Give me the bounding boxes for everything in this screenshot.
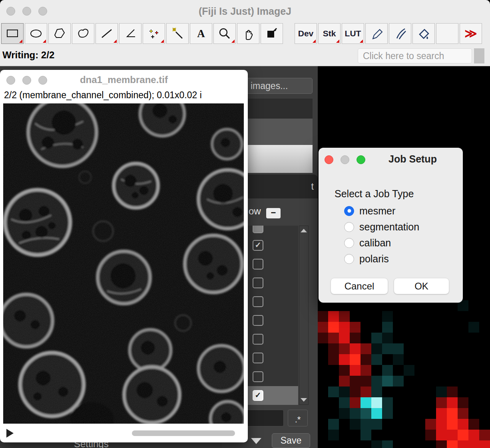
pixel-cell [425, 408, 436, 419]
tool-stk[interactable]: Stk [318, 23, 341, 44]
pixel-cell [361, 419, 371, 430]
job-option-polaris[interactable]: polaris [344, 251, 419, 267]
pixel-cell [382, 343, 393, 354]
table-row[interactable]: ✓ [246, 386, 298, 405]
collapse-button[interactable]: − [266, 208, 281, 218]
tool-color-picker[interactable] [261, 23, 283, 44]
table-row[interactable] [246, 330, 298, 349]
close-button[interactable] [6, 7, 15, 16]
pixel-cell [361, 408, 371, 419]
close-button[interactable] [325, 155, 333, 164]
ok-button[interactable]: OK [394, 278, 449, 294]
checkbox[interactable] [253, 296, 263, 307]
tool-polygon[interactable] [48, 23, 71, 44]
svg-text:A: A [197, 28, 205, 40]
job-option-mesmer[interactable]: mesmer [344, 203, 419, 219]
pixel-cell [317, 343, 328, 354]
minimize-button[interactable] [22, 7, 31, 16]
pixel-cell [371, 322, 382, 333]
tool-pencil[interactable] [365, 23, 388, 44]
radio-icon[interactable] [344, 222, 354, 232]
pixel-cell [436, 408, 447, 419]
table-row[interactable] [246, 274, 298, 292]
table-row[interactable] [246, 226, 298, 236]
pixel-cell [382, 365, 393, 376]
checkbox-checked[interactable]: ✓ [253, 240, 263, 251]
cancel-button[interactable]: Cancel [331, 278, 388, 294]
zoom-button[interactable] [38, 76, 47, 85]
pixel-image [317, 300, 490, 448]
regex-button[interactable]: .* [288, 410, 308, 426]
table-row[interactable] [246, 311, 298, 330]
checkbox[interactable] [253, 226, 263, 233]
table-row[interactable] [246, 349, 298, 367]
tool-zoom[interactable] [213, 23, 236, 44]
pixel-cell [425, 311, 436, 322]
dropdown-arrow-icon[interactable] [251, 438, 261, 444]
pixel-cell [371, 430, 382, 440]
checkbox[interactable] [253, 259, 263, 270]
pixel-cell [382, 430, 393, 440]
pixel-cell [350, 343, 361, 354]
checkbox[interactable] [253, 315, 263, 326]
minimize-button[interactable] [22, 76, 31, 85]
pixel-cell [339, 440, 350, 448]
job-option-segmentation[interactable]: segmentation [344, 219, 419, 235]
minimize-button[interactable] [341, 155, 349, 164]
pixel-cell [371, 365, 382, 376]
pixel-cell [414, 365, 425, 376]
radio-icon[interactable] [344, 238, 354, 248]
microscopy-canvas[interactable] [3, 103, 244, 424]
job-option-caliban[interactable]: caliban [344, 235, 419, 251]
checkbox-checked[interactable]: ✓ [253, 390, 263, 401]
scroll-down-icon[interactable] [301, 398, 307, 402]
pixel-cell [479, 419, 490, 430]
table-row[interactable] [246, 367, 298, 386]
table-row[interactable] [246, 255, 298, 274]
tool-rectangle[interactable] [1, 23, 24, 44]
close-button[interactable] [6, 76, 15, 85]
tool-brush[interactable] [389, 23, 411, 44]
tool-wand[interactable] [166, 23, 189, 44]
tool-blank[interactable] [436, 23, 458, 44]
tool-lut[interactable]: LUT [342, 23, 364, 44]
tool-hand[interactable] [237, 23, 259, 44]
tool-more[interactable]: ≫ [460, 23, 482, 44]
scroll-up-icon[interactable] [301, 229, 307, 232]
table-row[interactable]: ✓ [246, 236, 298, 255]
pixel-cell [361, 343, 371, 354]
tool-multi-point[interactable] [143, 23, 165, 44]
tool-fill[interactable] [412, 23, 435, 44]
magnifier-icon [217, 26, 232, 41]
tool-oval[interactable] [25, 23, 47, 44]
checkbox[interactable] [253, 353, 263, 363]
fiji-titlebar[interactable]: (Fiji Is Just) ImageJ [0, 0, 490, 22]
tool-angle[interactable] [119, 23, 141, 44]
filter-input[interactable] [246, 410, 284, 426]
pixel-cell [404, 419, 414, 430]
tool-text[interactable]: A [190, 23, 212, 44]
tool-freehand[interactable] [72, 23, 94, 44]
save-button[interactable]: Save [272, 433, 310, 448]
pixel-cell [361, 440, 371, 448]
checkbox[interactable] [253, 371, 263, 382]
checkbox[interactable] [253, 334, 263, 345]
table-row[interactable] [246, 292, 298, 311]
job-options: mesmersegmentationcalibanpolaris [344, 203, 419, 267]
zoom-button[interactable] [38, 7, 47, 16]
play-button[interactable] [6, 429, 14, 438]
tool-dev[interactable]: Dev [295, 23, 317, 44]
image-window-titlebar[interactable]: dna1_membrane.tif [0, 70, 248, 90]
brush-icon [393, 26, 407, 41]
pixel-cell [328, 365, 339, 376]
search-input[interactable] [358, 48, 472, 63]
table-scrollbar[interactable] [299, 226, 309, 405]
pixel-cell [382, 376, 393, 387]
checkbox[interactable] [253, 278, 263, 288]
pixel-cell [317, 419, 328, 430]
radio-selected-icon[interactable] [344, 206, 354, 216]
tool-line[interactable] [96, 23, 118, 44]
radio-icon[interactable] [344, 254, 354, 264]
traffic-lights [325, 155, 365, 164]
horizontal-scrollbar[interactable] [132, 430, 235, 436]
